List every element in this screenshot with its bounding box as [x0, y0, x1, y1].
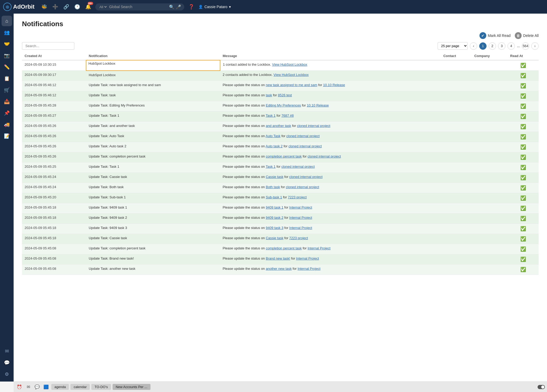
read-check-icon[interactable]: ✅	[520, 185, 526, 191]
message-link-1[interactable]: Auto task 2	[266, 144, 283, 148]
taskbar-agenda-btn[interactable]: agenda	[51, 384, 69, 390]
message-link-1[interactable]: Brand new task!	[266, 256, 290, 260]
prev-page-btn[interactable]: ‹	[470, 42, 477, 50]
message-link-2[interactable]: 7223 project	[289, 236, 308, 240]
message-link-2[interactable]: Internal Project	[298, 267, 320, 271]
read-check-icon[interactable]: ✅	[520, 165, 526, 170]
taskbar-toggle[interactable]	[538, 385, 545, 389]
message-link-1[interactable]: Editing My Preferences	[266, 103, 301, 107]
message-link-2[interactable]: Internal Project	[289, 205, 312, 209]
notification-icon-btn[interactable]: 🔔 99+	[84, 2, 93, 11]
message-link[interactable]: View HubSpot Lockbox	[272, 63, 307, 66]
sidebar-item-users[interactable]: 👥	[2, 27, 12, 38]
message-link-2[interactable]: 8526 test	[278, 93, 292, 97]
cell-read-at[interactable]: ✅	[507, 234, 539, 244]
sidebar-item-orders[interactable]: 🛒	[2, 85, 12, 95]
voice-search-btn[interactable]: 🎤	[176, 4, 181, 9]
taskbar-clock-icon[interactable]: ⏰	[16, 383, 23, 391]
message-link-1[interactable]: Task 1	[266, 165, 276, 169]
read-check-icon[interactable]: ✅	[520, 267, 526, 272]
cell-read-at[interactable]: ✅	[507, 91, 539, 101]
cell-read-at[interactable]: ✅	[507, 265, 539, 275]
link-icon-btn[interactable]: 🔗	[62, 2, 71, 11]
next-page-btn[interactable]: ›	[531, 42, 539, 50]
read-check-icon[interactable]: ✅	[520, 144, 526, 150]
message-link-2[interactable]: 7223 project	[288, 195, 307, 199]
sidebar-item-chat[interactable]: 💬	[2, 357, 12, 368]
message-link-2[interactable]: cloned internal project	[286, 134, 320, 138]
read-check-icon[interactable]: ✅	[520, 124, 526, 129]
message-link-1[interactable]: Cassie task	[266, 236, 283, 240]
page-564-btn[interactable]: 564	[522, 42, 529, 50]
cell-read-at[interactable]: ✅	[507, 60, 539, 71]
read-check-icon[interactable]: ✅	[520, 247, 526, 252]
taskbar-calendar-btn[interactable]: calendar	[70, 384, 90, 390]
taskbar-mail-icon[interactable]: ✉	[25, 383, 32, 391]
message-link-2[interactable]: cloned internal project	[281, 165, 315, 169]
search-filter-select[interactable]: All	[98, 5, 108, 9]
sidebar-item-edit[interactable]: ✏️	[2, 62, 12, 72]
cell-read-at[interactable]: ✅	[507, 122, 539, 132]
read-check-icon[interactable]: ✅	[520, 73, 526, 78]
message-link-1[interactable]: Both task	[266, 185, 280, 189]
message-link-1[interactable]: completion percent task	[266, 246, 302, 250]
sidebar-item-inbox[interactable]: 📥	[2, 96, 12, 107]
read-check-icon[interactable]: ✅	[520, 155, 526, 160]
cell-read-at[interactable]: ✅	[507, 214, 539, 224]
message-link-2[interactable]: 10.10 Release	[323, 83, 345, 87]
cell-read-at[interactable]: ✅	[507, 244, 539, 254]
cell-read-at[interactable]: ✅	[507, 111, 539, 122]
read-check-icon[interactable]: ✅	[520, 195, 526, 201]
message-link-1[interactable]: 9409 task 2	[266, 216, 283, 220]
sidebar-item-contacts[interactable]: 🤝	[2, 39, 12, 49]
message-link[interactable]: View HubSpot Lockbox	[274, 73, 309, 77]
sidebar-item-media[interactable]: 📷	[2, 50, 12, 61]
cell-read-at[interactable]: ✅	[507, 152, 539, 163]
sidebar-item-settings[interactable]: ⚙	[2, 369, 12, 379]
app-logo[interactable]: ◎ AdOrbit	[3, 3, 35, 11]
message-link-1[interactable]: 9409 task 1	[266, 205, 283, 209]
message-link-2[interactable]: cloned internal project	[308, 154, 341, 158]
cell-read-at[interactable]: ✅	[507, 224, 539, 234]
page-4-btn[interactable]: 4	[507, 42, 515, 50]
read-check-icon[interactable]: ✅	[520, 226, 526, 231]
user-menu[interactable]: 👤 Cassie Pataro ▾	[198, 5, 231, 9]
message-link-2[interactable]: cloned internal project	[297, 124, 330, 128]
sidebar-item-delivery[interactable]: 🚚	[2, 119, 12, 130]
cell-read-at[interactable]: ✅	[507, 183, 539, 193]
message-link-2[interactable]: Internal Project	[308, 246, 330, 250]
message-link-2[interactable]: 10.10 Release	[307, 103, 329, 107]
message-link-2[interactable]: Internal Project	[296, 256, 319, 260]
read-check-icon[interactable]: ✅	[520, 206, 526, 211]
message-link-1[interactable]: Cassie task	[266, 175, 283, 179]
read-check-icon[interactable]: ✅	[520, 63, 526, 68]
global-search-input[interactable]	[109, 5, 168, 9]
message-link-1[interactable]: 9409 task 3	[266, 226, 283, 230]
taskbar-color-icon[interactable]: 🟦	[42, 383, 50, 391]
message-link-1[interactable]: completion percent task	[266, 154, 302, 158]
sidebar-item-pinned[interactable]: 📌	[2, 108, 12, 118]
delete-all-button[interactable]: 🗑 Delete All	[515, 32, 539, 39]
read-check-icon[interactable]: ✅	[520, 257, 526, 262]
cell-read-at[interactable]: ✅	[507, 163, 539, 173]
sidebar-item-documents[interactable]: 📝	[2, 131, 12, 141]
message-link-1[interactable]: and another task	[266, 124, 291, 128]
page-2-btn[interactable]: 2	[489, 42, 496, 50]
message-link-2[interactable]: cloned internal project	[288, 144, 322, 148]
cell-read-at[interactable]: ✅	[507, 254, 539, 265]
read-check-icon[interactable]: ✅	[520, 236, 526, 242]
mark-all-read-button[interactable]: ✔ Mark All Read	[479, 32, 511, 39]
cell-read-at[interactable]: ✅	[507, 193, 539, 203]
cell-read-at[interactable]: ✅	[507, 142, 539, 152]
read-check-icon[interactable]: ✅	[520, 93, 526, 99]
message-link-2[interactable]: 7687 #8	[281, 114, 294, 117]
read-check-icon[interactable]: ✅	[520, 134, 526, 139]
message-link-1[interactable]: another new task	[266, 267, 292, 271]
sidebar-item-tasks[interactable]: 📋	[2, 73, 12, 84]
message-link-2[interactable]: Internal Project	[289, 226, 312, 230]
search-submit-btn[interactable]: 🔍	[169, 4, 174, 9]
cell-read-at[interactable]: ✅	[507, 81, 539, 91]
cell-read-at[interactable]: ✅	[507, 101, 539, 111]
cell-read-at[interactable]: ✅	[507, 71, 539, 81]
message-link-2[interactable]: Internal Project	[289, 216, 312, 220]
